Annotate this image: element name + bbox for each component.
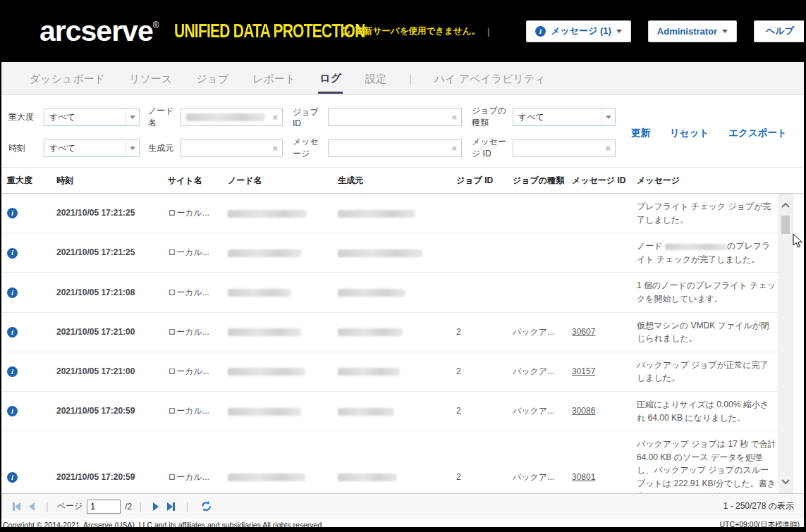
source-filter-label: 生成元 xyxy=(142,142,178,154)
prev-page-button[interactable] xyxy=(25,502,39,511)
col-severity[interactable]: 重大度 xyxy=(7,175,56,187)
cell-node xyxy=(228,200,338,226)
col-site[interactable]: サイト名 xyxy=(168,175,228,187)
action-export[interactable]: エクスポート xyxy=(728,127,787,140)
alert-text: 更新サーバを使用できません。 xyxy=(355,25,480,37)
severity-filter-select[interactable]: すべて xyxy=(44,108,140,126)
vertical-scrollbar[interactable] xyxy=(778,194,793,493)
redacted-text xyxy=(338,408,394,416)
scroll-down-icon[interactable] xyxy=(779,474,792,490)
log-row[interactable]: i2021/10/05 17:21:25ローカル...ノード のプレフライト チ… xyxy=(1,233,779,273)
cell-source xyxy=(338,359,456,385)
scrollbar-thumb[interactable] xyxy=(781,216,790,234)
clear-icon[interactable]: × xyxy=(450,143,458,154)
tab-resources[interactable]: リソース xyxy=(128,64,173,92)
result-range-text: 1 - 250/278 の表示 xyxy=(723,500,794,512)
tab-dashboard[interactable]: ダッシュボード xyxy=(28,64,106,92)
chevron-down-icon[interactable] xyxy=(125,140,139,156)
cell-time: 2021/10/05 17:20:59 xyxy=(56,398,168,424)
col-node[interactable]: ノード名 xyxy=(228,175,338,187)
log-row[interactable]: i2021/10/05 17:21:00ローカル...2バックア...30157… xyxy=(1,352,779,392)
chevron-down-icon[interactable] xyxy=(125,109,139,125)
scroll-up-icon[interactable] xyxy=(779,197,792,213)
log-row[interactable]: i2021/10/05 17:20:59ローカル...2バックア...30801… xyxy=(1,431,779,493)
tab-jobs[interactable]: ジョブ xyxy=(195,64,230,92)
message-id-link[interactable]: 30157 xyxy=(572,366,595,376)
log-row[interactable]: i2021/10/05 17:21:08ローカル...1 個のノードのプレフライ… xyxy=(1,273,779,312)
help-button[interactable]: ヘルプ xyxy=(754,20,806,42)
time-filter-select[interactable]: すべて xyxy=(44,139,140,157)
node-filter-input[interactable]: × xyxy=(181,108,283,126)
col-job-id[interactable]: ジョブ ID xyxy=(456,175,513,187)
message-filter-input[interactable]: × xyxy=(328,139,462,157)
cell-message-id xyxy=(572,247,637,259)
redacted-text xyxy=(228,289,291,297)
col-message-id[interactable]: メッセージ ID xyxy=(572,175,637,187)
tab-reports[interactable]: レポート xyxy=(251,64,297,92)
message-id-filter-input[interactable]: × xyxy=(513,139,616,157)
redacted-text xyxy=(665,244,727,250)
clear-icon[interactable]: × xyxy=(450,112,458,123)
app-window: arcserve® UNIFIED DATA PROTECTION 更新サーバを… xyxy=(0,0,806,532)
cell-job-type xyxy=(513,207,572,220)
message-id-filter-label: メッセージ ID xyxy=(465,136,510,160)
cell-message-id: 30086 xyxy=(572,398,637,424)
clear-icon[interactable]: × xyxy=(271,143,279,154)
col-message[interactable]: メッセージ xyxy=(637,175,782,187)
cell-time: 2021/10/05 17:21:25 xyxy=(56,200,168,226)
messages-button[interactable]: i メッセージ (1) xyxy=(526,20,631,42)
col-job-type[interactable]: ジョブの種類 xyxy=(513,175,572,187)
cell-job-type xyxy=(513,247,572,259)
redacted-text xyxy=(228,408,301,416)
page-number-input[interactable] xyxy=(87,500,121,514)
col-time[interactable]: 時刻 xyxy=(56,175,168,187)
action-reset[interactable]: リセット xyxy=(670,127,709,140)
pagination-divider: | xyxy=(46,501,49,512)
action-refresh[interactable]: 更新 xyxy=(631,127,650,140)
log-row[interactable]: i2021/10/05 17:21:25ローカル...プレフライト チェック ジ… xyxy=(1,194,779,233)
page-label: ページ xyxy=(57,500,83,512)
cell-job-id: 2 xyxy=(456,359,513,385)
col-source[interactable]: 生成元 xyxy=(338,175,456,187)
last-page-button[interactable] xyxy=(163,502,179,511)
cell-job-type: バックア... xyxy=(513,319,572,345)
redacted-text xyxy=(338,249,422,257)
message-id-link[interactable]: 30607 xyxy=(572,327,595,337)
next-page-button[interactable] xyxy=(149,502,163,511)
chevron-down-icon xyxy=(616,30,622,33)
message-id-link[interactable]: 30086 xyxy=(572,406,595,416)
cell-source xyxy=(338,464,456,490)
tab-log[interactable]: ログ xyxy=(318,63,343,94)
job-id-filter-input[interactable]: × xyxy=(328,108,462,126)
cell-time: 2021/10/05 17:20:59 xyxy=(56,464,168,490)
job-type-filter-select[interactable]: すべて xyxy=(513,108,616,126)
cell-node xyxy=(228,398,338,424)
arcserve-logo: arcserve® xyxy=(39,15,159,48)
refresh-icon[interactable] xyxy=(196,500,216,512)
mouse-cursor xyxy=(793,233,802,249)
info-severity-icon: i xyxy=(7,472,18,483)
severity-filter-label: 重大度 xyxy=(8,111,41,123)
clear-icon[interactable]: × xyxy=(271,112,279,123)
chevron-down-icon[interactable] xyxy=(601,109,615,125)
job-type-filter-label: ジョブの種類 xyxy=(465,105,510,129)
cell-message: 1 個のノードのプレフライト チェックを開始しています。 xyxy=(637,273,782,311)
first-page-button[interactable] xyxy=(8,502,25,511)
tab-settings[interactable]: 設定 xyxy=(364,64,388,92)
message-id-link[interactable]: 30801 xyxy=(572,472,595,482)
log-row[interactable]: i2021/10/05 17:21:00ローカル...2バックア...30607… xyxy=(1,313,779,352)
cell-message: バックアップ ジョブが正常に完了しました。 xyxy=(637,352,782,391)
redacted-text xyxy=(228,474,305,481)
tab-high-availability[interactable]: ハイ アベイラビリティ xyxy=(433,64,547,92)
log-row[interactable]: i2021/10/05 17:20:59ローカル...2バックア...30086… xyxy=(1,392,779,431)
administrator-button[interactable]: Administrator xyxy=(648,20,737,42)
pagination-divider: | xyxy=(186,501,189,512)
source-filter-input[interactable]: × xyxy=(181,139,283,157)
severity-filter-value: すべて xyxy=(44,111,125,123)
redacted-text xyxy=(228,210,307,218)
cell-job-id xyxy=(456,207,513,220)
info-severity-icon: i xyxy=(7,287,18,298)
redacted-text xyxy=(338,368,400,376)
administrator-button-label: Administrator xyxy=(657,26,717,37)
clear-icon[interactable]: × xyxy=(604,143,612,154)
